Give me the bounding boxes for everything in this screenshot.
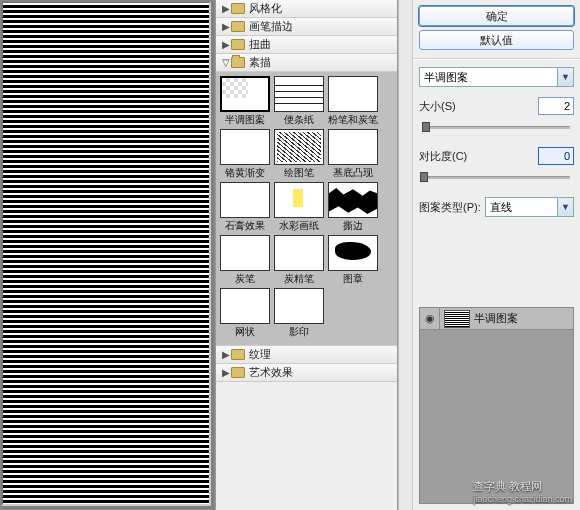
effect-layers-empty (420, 330, 573, 503)
expand-icon[interactable]: ▶ (220, 3, 231, 14)
category-sketch[interactable]: ▽ 素描 (216, 54, 397, 72)
filter-thumb-1[interactable]: 便条纸 (274, 76, 324, 127)
thumb-caption: 基底凸现 (333, 166, 373, 180)
thumb-caption: 炭精笔 (284, 272, 314, 286)
thumb-caption: 粉笔和炭笔 (328, 113, 378, 127)
category-stylize[interactable]: ▶ 风格化 (216, 0, 397, 18)
layer-name: 半调图案 (474, 311, 518, 326)
pattern-label: 图案类型(P): (419, 200, 481, 215)
category-label: 画笔描边 (249, 19, 293, 34)
pattern-select[interactable]: 直线 ▼ (485, 197, 574, 217)
filter-thumb-2[interactable]: 粉笔和炭笔 (328, 76, 378, 127)
thumb-image (274, 182, 324, 218)
filter-thumb-9[interactable]: 炭笔 (220, 235, 270, 286)
category-brushstrokes[interactable]: ▶ 画笔描边 (216, 18, 397, 36)
thumb-image (274, 76, 324, 112)
thumb-caption: 影印 (289, 325, 309, 339)
expand-icon[interactable]: ▶ (220, 367, 231, 378)
size-label: 大小(S) (419, 99, 534, 114)
filter-thumb-11[interactable]: 图章 (328, 235, 378, 286)
thumb-image (328, 182, 378, 218)
filter-thumb-5[interactable]: 基底凸现 (328, 129, 378, 180)
category-artistic[interactable]: ▶ 艺术效果 (216, 364, 397, 382)
effect-layers-panel: ◉ 半调图案 (419, 307, 574, 504)
pattern-param: 图案类型(P): 直线 ▼ (419, 197, 574, 217)
filter-thumb-12[interactable]: 网状 (220, 288, 270, 339)
thumb-caption: 便条纸 (284, 113, 314, 127)
preview-canvas (1, 1, 211, 506)
filter-thumb-0[interactable]: 半调图案 (220, 76, 270, 127)
chevron-down-icon[interactable]: ▼ (557, 198, 573, 216)
filter-thumb-3[interactable]: 铬黄渐变 (220, 129, 270, 180)
expand-icon[interactable]: ▶ (220, 39, 231, 50)
filter-select[interactable]: 半调图案 ▼ (419, 67, 574, 87)
contrast-param: 对比度(C) 0 (419, 147, 574, 165)
thumb-caption: 石膏效果 (225, 219, 265, 233)
thumb-image (328, 235, 378, 271)
ok-button[interactable]: 确定 (419, 6, 574, 26)
thumb-image (274, 129, 324, 165)
default-button[interactable]: 默认值 (419, 30, 574, 50)
category-distort[interactable]: ▶ 扭曲 (216, 36, 397, 54)
thumb-caption: 炭笔 (235, 272, 255, 286)
preview-pane[interactable] (0, 0, 215, 510)
folder-open-icon (231, 57, 245, 68)
visibility-icon[interactable]: ◉ (420, 308, 440, 330)
thumb-caption: 半调图案 (225, 113, 265, 127)
thumb-image (220, 235, 270, 271)
pattern-select-value: 直线 (486, 200, 557, 215)
category-label: 扭曲 (249, 37, 271, 52)
category-label: 纹理 (249, 347, 271, 362)
folder-icon (231, 39, 245, 50)
category-texture[interactable]: ▶ 纹理 (216, 346, 397, 364)
filter-thumb-4[interactable]: 绘图笔 (274, 129, 324, 180)
folder-icon (231, 3, 245, 14)
size-slider[interactable] (423, 119, 570, 135)
filter-select-value: 半调图案 (420, 70, 557, 85)
thumb-caption: 铬黄渐变 (225, 166, 265, 180)
folder-icon (231, 21, 245, 32)
contrast-label: 对比度(C) (419, 149, 534, 164)
thumb-image (328, 76, 378, 112)
thumb-caption: 网状 (235, 325, 255, 339)
thumb-caption: 绘图笔 (284, 166, 314, 180)
category-scrollbar[interactable] (398, 0, 412, 510)
folder-icon (231, 349, 245, 360)
thumb-image (220, 288, 270, 324)
thumb-image (220, 76, 270, 112)
sketch-thumbnails: 半调图案便条纸粉笔和炭笔铬黄渐变绘图笔基底凸现石膏效果水彩画纸撕边炭笔炭精笔图章… (216, 72, 397, 346)
thumb-caption: 图章 (343, 272, 363, 286)
collapse-icon[interactable]: ▽ (220, 57, 231, 68)
category-label: 素描 (249, 55, 271, 70)
filter-thumb-10[interactable]: 炭精笔 (274, 235, 324, 286)
thumb-image (274, 235, 324, 271)
thumb-image (328, 129, 378, 165)
category-label: 风格化 (249, 1, 282, 16)
filter-categories-pane: ▶ 风格化 ▶ 画笔描边 ▶ 扭曲 ▽ 素描 半调图案便条纸粉笔和炭笔铬黄渐变绘… (215, 0, 398, 510)
size-param: 大小(S) 2 (419, 97, 574, 115)
filter-thumb-13[interactable]: 影印 (274, 288, 324, 339)
filter-thumb-8[interactable]: 撕边 (328, 182, 378, 233)
filter-gallery-window: ▶ 风格化 ▶ 画笔描边 ▶ 扭曲 ▽ 素描 半调图案便条纸粉笔和炭笔铬黄渐变绘… (0, 0, 580, 510)
thumb-image (274, 288, 324, 324)
contrast-input[interactable]: 0 (538, 147, 574, 165)
contrast-slider[interactable] (423, 169, 570, 185)
settings-pane: 确定 默认值 半调图案 ▼ 大小(S) 2 对比度(C) 0 图案类型(P): … (412, 0, 580, 510)
thumb-caption: 撕边 (343, 219, 363, 233)
folder-icon (231, 367, 245, 378)
thumb-caption: 水彩画纸 (279, 219, 319, 233)
expand-icon[interactable]: ▶ (220, 349, 231, 360)
separator (413, 58, 580, 59)
filter-thumb-6[interactable]: 石膏效果 (220, 182, 270, 233)
expand-icon[interactable]: ▶ (220, 21, 231, 32)
thumb-image (220, 129, 270, 165)
layer-thumbnail (444, 310, 470, 328)
filter-thumb-7[interactable]: 水彩画纸 (274, 182, 324, 233)
chevron-down-icon[interactable]: ▼ (557, 68, 573, 86)
effect-layer-row[interactable]: ◉ 半调图案 (420, 308, 573, 330)
thumb-image (220, 182, 270, 218)
size-input[interactable]: 2 (538, 97, 574, 115)
category-label: 艺术效果 (249, 365, 293, 380)
